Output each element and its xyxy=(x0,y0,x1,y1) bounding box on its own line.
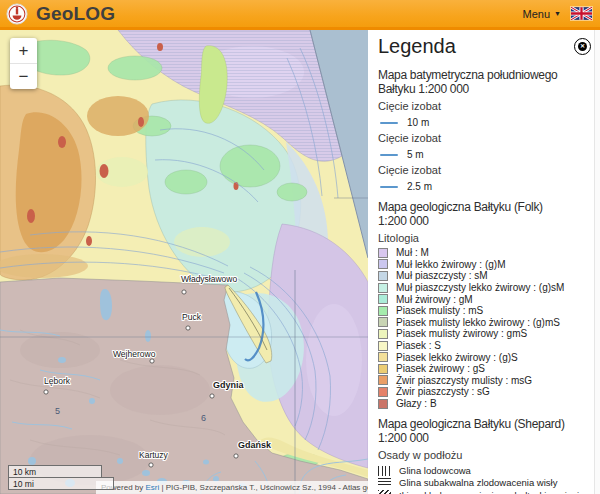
legend-title: Legenda xyxy=(378,35,456,58)
legend-item-label: Muł piaszczysty : sM xyxy=(396,270,488,281)
city-label: Wejherowo xyxy=(113,349,156,359)
geolog-logo-icon xyxy=(6,3,28,25)
legend-item: Glina lodowcowa xyxy=(378,464,592,476)
legend-item-label: Piasek mulisty żwirowy : gmS xyxy=(396,328,527,339)
shepard-section-title: Mapa geologiczna Bałtyku (Shepard) 1:200… xyxy=(378,417,592,445)
color-swatch-icon xyxy=(378,399,388,409)
horizontal-lines-icon xyxy=(378,478,391,488)
color-swatch-icon xyxy=(378,352,388,362)
color-swatch-icon xyxy=(378,306,388,316)
scale-bar: 10 km 10 mi xyxy=(8,465,114,490)
map-zoom-control: + − xyxy=(10,38,37,89)
legend-item: Ił i muł lodowcowo-jeziorny bałtyckiego … xyxy=(378,489,592,494)
isobath-line-icon xyxy=(380,186,398,188)
isobath-entry-label: Cięcie izobat xyxy=(378,100,592,112)
legend-item: Muł żwirowy : gM xyxy=(378,293,592,305)
legend-item: Piasek żwirowy : gS xyxy=(378,363,592,375)
map-attribution: Powered by Esri | PIG-PIB, Szczepańska T… xyxy=(96,481,368,494)
legend-item: Muł lekko żwirowy : (g)M xyxy=(378,259,592,271)
isobath-value: 2.5 m xyxy=(407,181,432,192)
color-swatch-icon xyxy=(378,364,388,374)
shepard-legend-list: Glina lodowcowaGlina subakwalna zlodowac… xyxy=(378,464,592,494)
map-region: WładysławowoPuckWejherowoLęborkGdyniaGda… xyxy=(0,30,368,494)
isobath-entry-label: Cięcie izobat xyxy=(378,132,592,144)
city-marker-icon xyxy=(186,326,190,330)
color-swatch-icon xyxy=(378,341,388,351)
legend-item-label: Muł żwirowy : gM xyxy=(396,294,473,305)
legend-item-label: Muł lekko żwirowy : (g)M xyxy=(396,259,505,270)
isobath-legend-entry: Cięcie izobat10 m xyxy=(378,100,592,128)
app-title: GeoLOG xyxy=(36,3,115,25)
grid-sheet-label: 6 xyxy=(201,413,206,423)
zoom-in-button[interactable]: + xyxy=(10,38,37,63)
legend-item: Piasek : S xyxy=(378,340,592,352)
legend-item: Piasek mulisty : mS xyxy=(378,305,592,317)
legend-item-label: Żwir piaszczysty mulisty : msG xyxy=(396,375,532,386)
legend-item-label: Piasek mulisty lekko żwirowy : (g)mS xyxy=(396,317,560,328)
legend-item: Piasek lekko żwirowy : (g)S xyxy=(378,351,592,363)
color-swatch-icon xyxy=(378,283,388,293)
legend-item-label: Piasek lekko żwirowy : (g)S xyxy=(396,352,518,363)
legend-scrollbar[interactable] xyxy=(594,30,600,494)
legend-item-label: Ił i muł lodowcowo-jeziorny bałtyckiego … xyxy=(399,490,600,494)
color-swatch-icon xyxy=(378,248,388,258)
isobath-value: 5 m xyxy=(407,149,424,160)
legend-item-label: Głazy : B xyxy=(396,398,437,409)
color-swatch-icon xyxy=(378,329,388,339)
legend-item: Muł piaszczysty : sM xyxy=(378,270,592,282)
city-marker-icon xyxy=(182,290,186,294)
legend-panel: Legenda Mapa batymetryczna południowego … xyxy=(368,30,600,494)
city-label: Władysławowo xyxy=(181,274,237,284)
bathymetry-legend-list: Cięcie izobat10 mCięcie izobat5 mCięcie … xyxy=(378,100,592,192)
scale-miles: 10 mi xyxy=(8,477,114,490)
diagonal-lines-icon xyxy=(378,490,391,494)
city-label: Gdynia xyxy=(213,380,245,390)
city-marker-icon xyxy=(44,390,48,394)
legend-item-label: Piasek żwirowy : gS xyxy=(396,363,485,374)
legend-item: Piasek mulisty lekko żwirowy : (g)mS xyxy=(378,317,592,329)
city-label: Gdańsk xyxy=(238,440,272,450)
esri-link[interactable]: Esri xyxy=(145,483,159,492)
legend-item-label: Piasek mulisty : mS xyxy=(396,305,483,316)
isobath-entry-label: Cięcie izobat xyxy=(378,164,592,176)
isobath-line-icon xyxy=(380,122,398,124)
color-swatch-icon xyxy=(378,259,388,269)
isobath-legend-entry: Cięcie izobat5 m xyxy=(378,132,592,160)
city-marker-icon xyxy=(149,463,153,467)
color-swatch-icon xyxy=(378,294,388,304)
city-label: Puck xyxy=(182,312,202,322)
menu-button[interactable]: Menu ▼ xyxy=(523,8,561,20)
attribution-text: | PIG-PIB, Szczepańska T., Uścinowicz Sz… xyxy=(159,483,368,492)
city-label: Lębork xyxy=(44,376,71,386)
legend-item-label: Glina lodowcowa xyxy=(399,465,471,476)
legend-item: Żwir piaszczysty mulisty : msG xyxy=(378,375,592,387)
legend-item-label: Żwir piaszczysty : sG xyxy=(396,386,490,397)
shepard-subtitle: Osady w podłożu xyxy=(378,449,592,461)
folk-section-title: Mapa geologiczna Bałtyku (Folk) 1:200 00… xyxy=(378,200,592,228)
color-swatch-icon xyxy=(378,375,388,385)
isobath-line-icon xyxy=(380,154,398,156)
bathymetry-section-title: Mapa batymetryczna południowego Bałtyku … xyxy=(378,68,592,96)
legend-item: Żwir piaszczysty : sG xyxy=(378,386,592,398)
legend-item: Głazy : B xyxy=(378,398,592,410)
isobath-legend-entry: Cięcie izobat2.5 m xyxy=(378,164,592,192)
legend-item: Muł piaszczysty lekko żwirowy : (g)sM xyxy=(378,282,592,294)
folk-legend-list: Muł : MMuł lekko żwirowy : (g)MMuł piasz… xyxy=(378,247,592,409)
legend-item-label: Glina subakwalna zlodowacenia wisły xyxy=(399,477,557,488)
color-swatch-icon xyxy=(378,271,388,281)
legend-item: Muł : M xyxy=(378,247,592,259)
vertical-lines-icon xyxy=(378,466,391,476)
city-marker-icon xyxy=(234,454,238,458)
legend-item-label: Muł piaszczysty lekko żwirowy : (g)sM xyxy=(396,282,564,293)
legend-item: Piasek mulisty żwirowy : gmS xyxy=(378,328,592,340)
legend-item-label: Piasek : S xyxy=(396,340,441,351)
map-canvas[interactable]: WładysławowoPuckWejherowoLęborkGdyniaGda… xyxy=(0,30,368,494)
zoom-out-button[interactable]: − xyxy=(10,64,37,89)
legend-item-label: Muł : M xyxy=(396,247,429,258)
app-header: GeoLOG Menu ▼ xyxy=(0,0,600,30)
folk-subtitle: Litologia xyxy=(378,232,592,244)
color-swatch-icon xyxy=(378,387,388,397)
close-legend-button[interactable] xyxy=(574,38,591,55)
language-flag-icon[interactable] xyxy=(571,7,592,20)
isobath-symbol-row: 2.5 m xyxy=(380,181,592,192)
